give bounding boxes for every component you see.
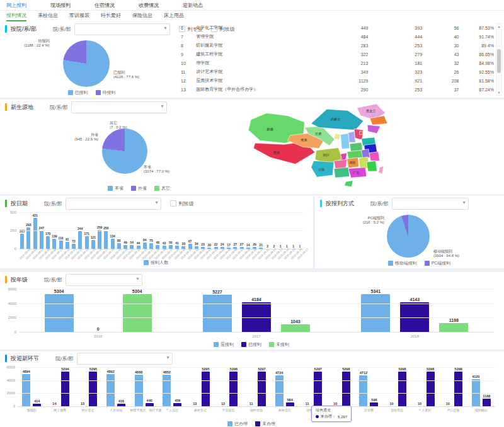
- bar[interactable]: [59, 241, 63, 249]
- bar[interactable]: [117, 243, 121, 249]
- bar[interactable]: [398, 372, 406, 406]
- bar[interactable]: [454, 372, 462, 406]
- grade-bar-chart[interactable]: 6000400020000 53040530420165227418410432…: [3, 289, 500, 348]
- bar[interactable]: [33, 404, 41, 406]
- table-row[interactable]: 12应用技术学院112992120881.58%: [180, 76, 495, 85]
- table-scrollbar[interactable]: ▲ ▼: [496, 23, 502, 96]
- bar[interactable]: [229, 372, 238, 406]
- bar[interactable]: [342, 372, 350, 406]
- bar[interactable]: [123, 294, 152, 332]
- legend-item[interactable]: 其它: [154, 185, 170, 191]
- bar[interactable]: [135, 375, 143, 406]
- province-beijing[interactable]: [360, 132, 363, 135]
- bar[interactable]: [72, 244, 76, 249]
- bar[interactable]: [202, 372, 210, 406]
- bar[interactable]: [104, 231, 108, 249]
- province-hubei[interactable]: [347, 151, 363, 159]
- legend-item[interactable]: 报到人数: [144, 259, 168, 266]
- province-shaanxi[interactable]: [340, 134, 350, 149]
- province-guangxi[interactable]: [334, 168, 350, 178]
- bar[interactable]: [78, 231, 82, 249]
- province-ningxia[interactable]: [334, 134, 340, 140]
- bar[interactable]: [46, 236, 50, 249]
- tab-online-checkin[interactable]: 网上报到: [6, 2, 26, 9]
- bar[interactable]: [227, 248, 231, 249]
- scroll-down-icon[interactable]: ▼: [496, 91, 501, 94]
- bar[interactable]: [130, 245, 134, 249]
- table-row[interactable]: 9建筑工程学院3222794386.65%: [180, 50, 495, 59]
- tab-fees[interactable]: 收费情况: [139, 2, 159, 9]
- bar[interactable]: [85, 236, 89, 249]
- bar[interactable]: [233, 247, 237, 249]
- department-dropdown[interactable]: ▾: [71, 101, 167, 113]
- bar[interactable]: [201, 247, 205, 249]
- date-bar-chart[interactable]: 5002500 2052019-08-052932019-08-06421201…: [3, 212, 309, 266]
- bar[interactable]: [181, 246, 185, 249]
- bar[interactable]: [207, 248, 211, 249]
- bar[interactable]: [314, 372, 322, 406]
- tab-insurance[interactable]: 保险信息: [132, 11, 152, 21]
- bar[interactable]: [123, 245, 127, 249]
- pie[interactable]: [387, 215, 430, 258]
- table-row[interactable]: 8纺织服装学院2832533089.4%: [180, 41, 495, 50]
- bar[interactable]: [286, 402, 294, 406]
- legend-item[interactable]: 应报到: [214, 341, 234, 348]
- bar[interactable]: [483, 399, 491, 406]
- bar[interactable]: [89, 372, 97, 406]
- table-row[interactable]: 13国际教育学院（中外合作办学）2902533787.24%: [180, 85, 495, 94]
- department-dropdown[interactable]: ▾: [66, 274, 142, 286]
- legend-item[interactable]: 已办理: [227, 421, 248, 427]
- bar[interactable]: [22, 374, 30, 406]
- bar[interactable]: [220, 247, 224, 249]
- bar[interactable]: [33, 218, 37, 249]
- table-row[interactable]: 6化学化工学院4493935687.53%: [180, 23, 495, 32]
- tab-arrival-info[interactable]: 来校信息: [38, 11, 58, 21]
- method-pie-chart[interactable]: PC端报到(216 : 5.2 %) 移动端报到(3904 : 94.8 %) …: [345, 213, 493, 267]
- bar[interactable]: [163, 375, 171, 406]
- department-dropdown[interactable]: ▾: [392, 198, 469, 210]
- legend-item[interactable]: 未办理: [255, 421, 275, 427]
- bar[interactable]: [61, 372, 69, 406]
- bar[interactable]: [370, 402, 378, 406]
- bar[interactable]: [45, 294, 74, 332]
- bar[interactable]: [203, 295, 232, 332]
- scrollbar-thumb[interactable]: [497, 49, 501, 73]
- tab-checkin-status[interactable]: 报到情况: [6, 11, 26, 21]
- bar[interactable]: [169, 245, 173, 249]
- tab-bedding[interactable]: 床上用品: [164, 11, 184, 21]
- pie[interactable]: [102, 128, 147, 174]
- bar[interactable]: [91, 240, 95, 249]
- origin-pie-chart[interactable]: 其它(7 : 0.2 %) 外省(945 : 22.9 %) 本省(3174 :…: [62, 116, 216, 192]
- legend-item[interactable]: 已报到: [68, 89, 88, 96]
- bar[interactable]: [259, 248, 263, 249]
- tab-news[interactable]: 迎新动态: [183, 2, 203, 9]
- legend-item[interactable]: 外省: [131, 185, 147, 191]
- bar[interactable]: [52, 239, 56, 249]
- bar[interactable]: [188, 244, 192, 249]
- province-liaoning[interactable]: [367, 125, 381, 133]
- bar[interactable]: [281, 324, 310, 332]
- province-fujian[interactable]: [367, 161, 377, 171]
- tab-accommodation[interactable]: 住宿情况: [94, 2, 115, 9]
- province-taiwan[interactable]: [379, 166, 384, 174]
- bar[interactable]: [137, 246, 140, 249]
- legend-item[interactable]: 移动端报到: [388, 260, 417, 266]
- bar[interactable]: [253, 247, 256, 249]
- scroll-up-icon[interactable]: ▲: [496, 25, 501, 28]
- bar[interactable]: [156, 245, 159, 249]
- step-bar-chart[interactable]: 6000400020000 4894414预报到145294网上缴费135295…: [1, 367, 501, 427]
- province-zhejiang[interactable]: [369, 152, 380, 161]
- bar[interactable]: [361, 294, 390, 332]
- bar[interactable]: [66, 242, 69, 249]
- legend-item[interactable]: 已报到: [241, 341, 261, 348]
- province-hainan[interactable]: [345, 180, 353, 186]
- tab-training-uniform[interactable]: 军训服装: [69, 11, 89, 21]
- bar[interactable]: [149, 243, 153, 249]
- bar[interactable]: [143, 242, 147, 249]
- department-dropdown[interactable]: ▾: [66, 198, 161, 210]
- bar[interactable]: [173, 403, 181, 406]
- pie[interactable]: [63, 40, 110, 87]
- bar[interactable]: [214, 247, 218, 249]
- table-row[interactable]: 11设计艺术学院3493232692.55%: [180, 67, 495, 76]
- bar[interactable]: [246, 248, 250, 249]
